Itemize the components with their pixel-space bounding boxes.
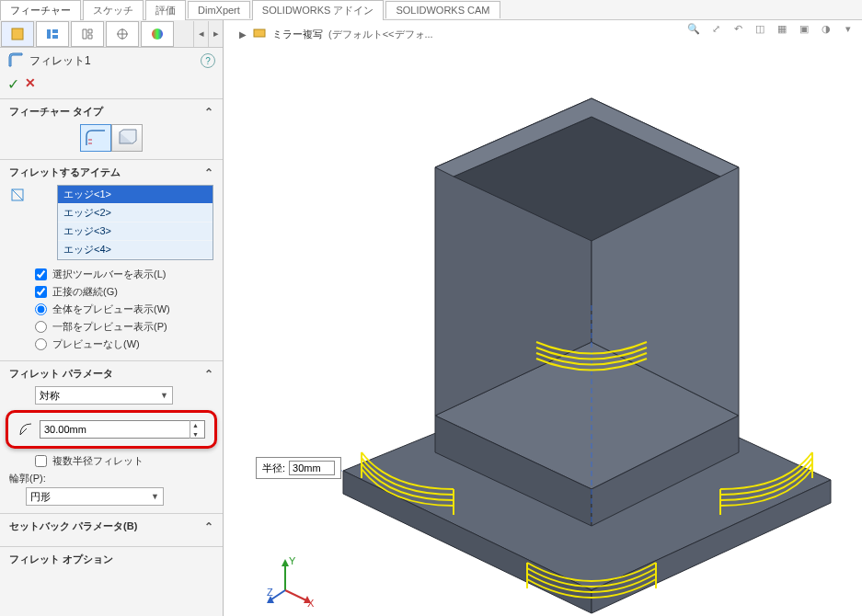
callout-label: 半径: — [262, 462, 285, 475]
tab-evaluate[interactable]: 評価 — [145, 0, 186, 20]
section-view-icon[interactable]: ◫ — [752, 20, 768, 37]
tab-cam[interactable]: SOLIDWORKS CAM — [385, 1, 500, 18]
radius-icon — [17, 421, 34, 438]
section-fillet-options: フィレット オプション — [0, 546, 223, 579]
select-value: 円形 — [30, 490, 51, 504]
display-style-icon[interactable]: ▣ — [796, 20, 812, 37]
dimxpert-manager-tab[interactable] — [106, 21, 139, 47]
section-fillet-params: フィレット パラメータ ⌃ 対称 ▼ — [0, 360, 223, 406]
cancel-button[interactable]: ✕ — [25, 75, 36, 93]
chevron-right-icon: ▶ — [239, 29, 247, 40]
graphics-viewport[interactable]: ◦ — [224, 48, 862, 616]
collapse-icon[interactable]: ⌃ — [204, 368, 213, 381]
breadcrumb: ▶ ミラー複写 (デフォルト<<デフォ... — [239, 26, 433, 42]
type-face-fillet[interactable] — [111, 124, 143, 152]
svg-point-8 — [152, 29, 163, 40]
profile-label: 輪郭(P): — [0, 470, 223, 487]
feature-header: フィレット1 ? — [0, 48, 223, 74]
radius-input[interactable]: 30.00mm ▲ ▼ — [40, 420, 205, 439]
prev-icon[interactable]: ◂ — [193, 21, 208, 47]
appearance-icon[interactable]: ▾ — [840, 20, 856, 37]
radio-label: 全体をプレビュー表示(W) — [52, 302, 170, 316]
svg-rect-0 — [254, 29, 265, 37]
feature-manager-tab[interactable] — [1, 21, 34, 47]
svg-line-29 — [285, 590, 308, 601]
section-setback: セットバック パラメータ(B) ⌃ — [0, 513, 223, 546]
symmetry-select[interactable]: 対称 ▼ — [35, 386, 173, 405]
chevron-down-icon: ▼ — [151, 492, 159, 501]
part-icon — [252, 26, 267, 42]
accept-cancel-bar: ✓ ✕ — [0, 74, 223, 98]
radius-callout[interactable]: 半径: — [256, 457, 341, 479]
tab-sketch[interactable]: スケッチ — [83, 0, 144, 20]
previous-view-icon[interactable]: ↶ — [730, 20, 746, 37]
checkbox-label: 複数半径フィレット — [52, 454, 144, 468]
section-fillet-items: フィレットするアイテム ⌃ エッジ<1> エッジ<2> エッジ<3> エッジ<4… — [0, 159, 223, 360]
svg-text:Y: Y — [289, 555, 296, 566]
collapse-icon[interactable]: ⌃ — [204, 106, 213, 119]
svg-text:X: X — [307, 598, 315, 609]
section-feature-type: フィーチャー タイプ ⌃ — [0, 98, 223, 159]
preview-full-radio[interactable]: 全体をプレビュー表示(W) — [9, 301, 213, 318]
tab-addins[interactable]: SOLIDWORKS アドイン — [252, 0, 385, 20]
tangent-propagation-checkbox[interactable]: 正接の継続(G) — [9, 283, 213, 301]
checkbox-label: 選択ツールバーを表示(L) — [52, 268, 166, 281]
checkbox[interactable] — [35, 455, 47, 467]
spin-up-icon[interactable]: ▲ — [190, 420, 201, 429]
radius-value: 30.00mm — [44, 424, 86, 435]
configuration-manager-tab[interactable] — [71, 21, 104, 47]
property-manager-tab[interactable] — [36, 21, 69, 47]
radio-label: 一部をプレビュー表示(P) — [52, 320, 167, 334]
radio-label: プレビューなし(W) — [52, 337, 140, 351]
chevron-down-icon: ▼ — [160, 391, 168, 400]
hide-show-icon[interactable]: ◑ — [818, 20, 834, 37]
doc-name[interactable]: ミラー複写 — [272, 28, 323, 41]
collapse-icon[interactable]: ⌃ — [204, 520, 213, 533]
fillet-icon — [7, 51, 24, 70]
preview-partial-radio[interactable]: 一部をプレビュー表示(P) — [9, 318, 213, 336]
radio[interactable] — [35, 338, 47, 350]
spin-down-icon[interactable]: ▼ — [190, 429, 201, 439]
tab-features[interactable]: フィーチャー — [0, 0, 81, 20]
list-item[interactable]: エッジ<2> — [58, 204, 213, 222]
radio[interactable] — [35, 303, 47, 315]
doc-state: (デフォルト<<デフォ... — [328, 28, 433, 41]
manager-tabs: ◂ ▸ — [0, 20, 223, 48]
view-orientation-icon[interactable]: ▦ — [774, 20, 790, 37]
tab-dimxpert[interactable]: DimXpert — [188, 1, 250, 18]
profile-select[interactable]: 円形 ▼ — [26, 487, 164, 506]
help-icon[interactable]: ? — [201, 53, 215, 68]
checkbox[interactable] — [35, 286, 47, 298]
checkbox-label: 正接の継続(G) — [52, 285, 118, 299]
heads-up-view-toolbar: 🔍 ⤢ ↶ ◫ ▦ ▣ ◑ ▾ — [685, 20, 856, 37]
list-item[interactable]: エッジ<4> — [58, 241, 213, 259]
fillet-params-label: フィレット パラメータ — [9, 367, 113, 381]
ok-button[interactable]: ✓ — [7, 75, 19, 93]
list-item[interactable]: エッジ<3> — [58, 222, 213, 241]
collapse-icon[interactable]: ⌃ — [204, 166, 213, 179]
preview-none-radio[interactable]: プレビューなし(W) — [9, 336, 213, 353]
select-value: 対称 — [40, 389, 60, 403]
setback-label: セットバック パラメータ(B) — [9, 519, 137, 533]
svg-rect-4 — [52, 35, 58, 39]
radio[interactable] — [35, 321, 47, 333]
type-constant-radius[interactable] — [80, 124, 111, 152]
svg-line-11 — [12, 189, 23, 200]
zoom-area-icon[interactable]: ⤢ — [707, 20, 724, 37]
checkbox[interactable] — [35, 268, 47, 280]
display-manager-tab[interactable] — [141, 21, 174, 47]
multi-radius-checkbox[interactable]: 複数半径フィレット — [0, 452, 223, 470]
list-item[interactable]: エッジ<1> — [58, 186, 213, 204]
radius-input-row: 30.00mm ▲ ▼ — [6, 410, 217, 449]
callout-input[interactable] — [289, 461, 335, 475]
svg-rect-3 — [52, 29, 58, 33]
axis-triad: Y X Z — [267, 553, 322, 609]
svg-text:Z: Z — [267, 587, 273, 598]
zoom-to-fit-icon[interactable]: 🔍 — [685, 20, 702, 37]
feature-name: フィレット1 — [29, 53, 91, 69]
svg-rect-1 — [12, 29, 23, 40]
show-toolbar-checkbox[interactable]: 選択ツールバーを表示(L) — [9, 266, 213, 283]
next-icon[interactable]: ▸ — [208, 21, 223, 47]
fillet-items-label: フィレットするアイテム — [9, 165, 121, 179]
edge-list[interactable]: エッジ<1> エッジ<2> エッジ<3> エッジ<4> — [57, 185, 213, 260]
